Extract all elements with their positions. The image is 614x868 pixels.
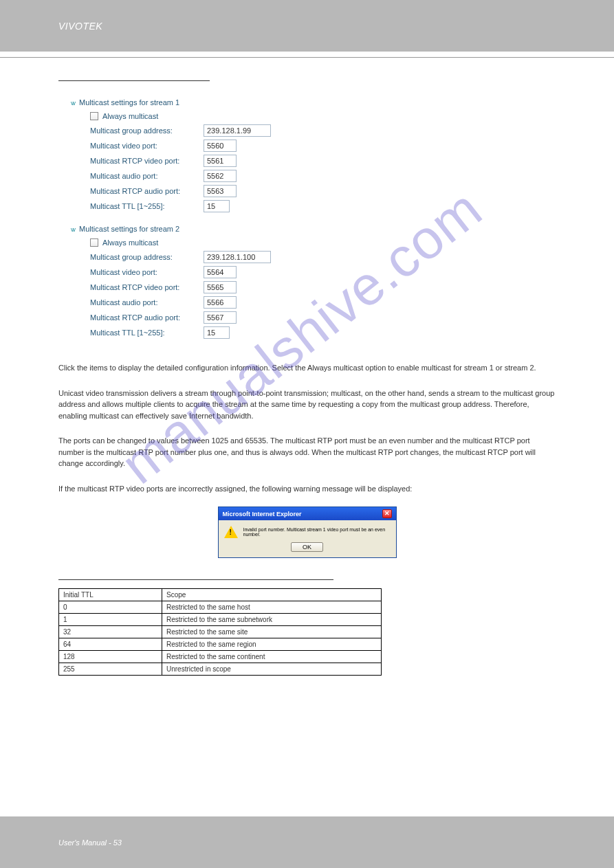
field-input[interactable] xyxy=(204,155,237,167)
table-cell: 1 xyxy=(59,614,162,626)
paragraph-2: Unicast video transmission delivers a st… xyxy=(58,388,556,422)
stream1-title-text: Multicast settings for stream 1 xyxy=(79,98,179,107)
field-input[interactable] xyxy=(204,311,237,324)
section-underline xyxy=(58,71,210,81)
field-row: Multicast group address: xyxy=(90,124,556,137)
field-input[interactable] xyxy=(204,140,237,152)
field-row: Multicast RTCP audio port: xyxy=(90,185,556,197)
field-row: Multicast audio port: xyxy=(90,296,556,309)
table-row: 1Restricted to the same subnetwork xyxy=(59,614,382,626)
field-input[interactable] xyxy=(204,185,237,197)
field-input[interactable] xyxy=(204,266,237,278)
close-icon[interactable]: ✕ xyxy=(382,509,392,518)
page-content: vv Multicast settings for stream 1 Alway… xyxy=(0,58,614,676)
stream2-title-text: Multicast settings for stream 2 xyxy=(79,225,179,233)
stream1-block: vv Multicast settings for stream 1 Alway… xyxy=(71,98,556,212)
dialog-title-text: Microsoft Internet Explorer xyxy=(223,511,302,518)
checkbox-icon[interactable] xyxy=(90,238,98,247)
field-input[interactable] xyxy=(204,170,237,182)
stream1-always-row[interactable]: Always multicast xyxy=(90,112,556,120)
ok-button[interactable]: OK xyxy=(291,542,323,552)
stream2-title[interactable]: vv Multicast settings for stream 2 xyxy=(71,225,556,233)
field-input[interactable] xyxy=(204,124,271,137)
field-input[interactable] xyxy=(204,251,271,263)
table-cell: 64 xyxy=(59,638,162,651)
field-label: Multicast TTL [1~255]: xyxy=(90,329,204,337)
field-label: Multicast RTCP video port: xyxy=(90,157,204,165)
table-cell: Unrestricted in scope xyxy=(162,663,382,676)
table-cell: Restricted to the same continent xyxy=(162,651,382,663)
chevron-down-icon: vv xyxy=(71,100,74,107)
table-cell: Scope xyxy=(162,589,382,601)
table-cell: Restricted to the same subnetwork xyxy=(162,614,382,626)
footer-bar: User's Manual - 53 xyxy=(0,816,614,868)
table-row: 255Unrestricted in scope xyxy=(59,663,382,676)
field-label: Multicast RTCP video port: xyxy=(90,283,204,291)
field-input[interactable] xyxy=(204,296,237,309)
table-cell: 255 xyxy=(59,663,162,676)
field-label: Multicast group address: xyxy=(90,126,204,135)
field-label: Multicast audio port: xyxy=(90,172,204,180)
field-row: Multicast video port: xyxy=(90,140,556,152)
dialog-body: Invalid port number. Multicast stream 1 … xyxy=(219,520,396,557)
chevron-down-icon: vv xyxy=(71,226,74,233)
table-row: Initial TTLScope xyxy=(59,589,382,601)
paragraph-1: Click the items to display the detailed … xyxy=(58,362,556,374)
table-cell: Restricted to the same site xyxy=(162,626,382,638)
field-label: Multicast video port: xyxy=(90,268,204,276)
table-cell: Restricted to the same region xyxy=(162,638,382,651)
stream1-fields: Multicast group address:Multicast video … xyxy=(71,124,556,212)
paragraph-4: If the multicast RTP video ports are inc… xyxy=(58,483,556,495)
field-row: Multicast audio port: xyxy=(90,170,556,182)
field-label: Multicast group address: xyxy=(90,253,204,261)
table-cell: Initial TTL xyxy=(59,589,162,601)
field-row: Multicast RTCP audio port: xyxy=(90,311,556,324)
stream2-always-row[interactable]: Always multicast xyxy=(90,238,556,247)
field-input[interactable] xyxy=(204,200,230,212)
field-row: Multicast TTL [1~255]: xyxy=(90,326,556,339)
stream2-block: vv Multicast settings for stream 2 Alway… xyxy=(71,225,556,339)
field-label: Multicast TTL [1~255]: xyxy=(90,202,204,210)
brand-title: VIVOTEK xyxy=(0,0,614,32)
stream2-fields: Multicast group address:Multicast video … xyxy=(71,251,556,339)
field-input[interactable] xyxy=(204,326,230,339)
warning-icon xyxy=(224,526,238,538)
table-row: 128Restricted to the same continent xyxy=(59,651,382,663)
table-cell: 128 xyxy=(59,651,162,663)
paragraph-3: The ports can be changed to values betwe… xyxy=(58,435,556,469)
warning-dialog: Microsoft Internet Explorer ✕ Invalid po… xyxy=(218,507,397,558)
ttl-underline xyxy=(58,572,333,580)
field-row: Multicast TTL [1~255]: xyxy=(90,200,556,212)
footer-left: User's Manual - 53 xyxy=(58,838,122,847)
field-row: Multicast RTCP video port: xyxy=(90,155,556,167)
table-row: 32Restricted to the same site xyxy=(59,626,382,638)
stream1-always-label: Always multicast xyxy=(102,112,158,120)
table-cell: 0 xyxy=(59,601,162,614)
table-cell: Restricted to the same host xyxy=(162,601,382,614)
dialog-titlebar: Microsoft Internet Explorer ✕ xyxy=(219,507,396,520)
stream2-always-label: Always multicast xyxy=(102,238,158,247)
header-bar: VIVOTEK xyxy=(0,0,614,52)
warning-dialog-wrap: Microsoft Internet Explorer ✕ Invalid po… xyxy=(218,507,397,558)
field-row: Multicast group address: xyxy=(90,251,556,263)
field-row: Multicast video port: xyxy=(90,266,556,278)
checkbox-icon[interactable] xyxy=(90,112,98,120)
table-row: 0Restricted to the same host xyxy=(59,601,382,614)
field-label: Multicast RTCP audio port: xyxy=(90,313,204,322)
table-cell: 32 xyxy=(59,626,162,638)
field-input[interactable] xyxy=(204,281,237,293)
field-label: Multicast RTCP audio port: xyxy=(90,187,204,195)
dialog-message: Invalid port number. Multicast stream 1 … xyxy=(243,527,391,537)
field-label: Multicast audio port: xyxy=(90,298,204,307)
table-row: 64Restricted to the same region xyxy=(59,638,382,651)
stream1-title[interactable]: vv Multicast settings for stream 1 xyxy=(71,98,556,107)
ttl-table: Initial TTLScope0Restricted to the same … xyxy=(58,588,382,676)
field-label: Multicast video port: xyxy=(90,142,204,150)
field-row: Multicast RTCP video port: xyxy=(90,281,556,293)
